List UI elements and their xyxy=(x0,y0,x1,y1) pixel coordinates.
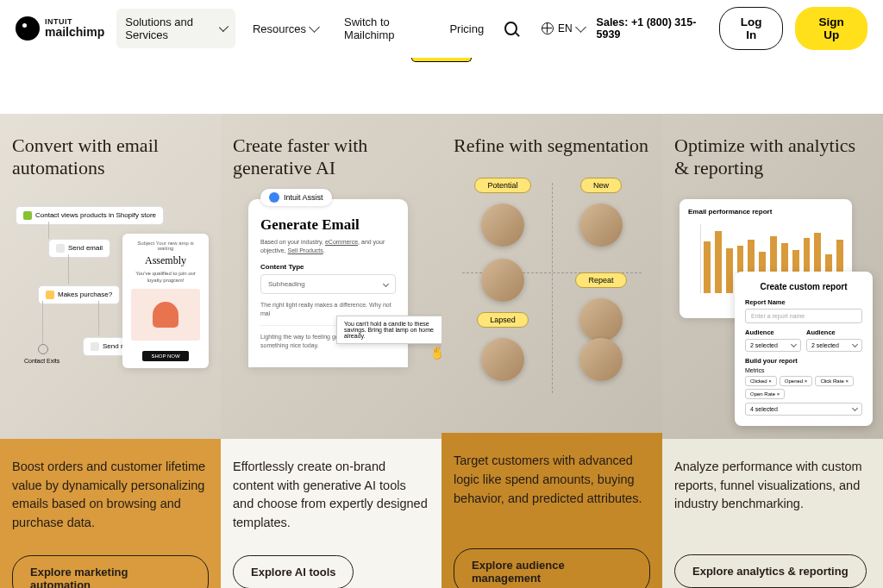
automation-illustration: Contact views products in Shopify store … xyxy=(12,199,209,423)
cta-analytics-reporting[interactable]: Explore analytics & reporting xyxy=(674,554,867,588)
ai-illustration: Intuit Assist Generate Email Based on yo… xyxy=(233,199,429,423)
analytics-illustration: Email performance report Create custom r… xyxy=(674,199,871,423)
cta-marketing-automation[interactable]: Explore marketing automation xyxy=(12,555,209,588)
avatar xyxy=(481,203,524,247)
main-nav: Solutions and Services Resources Switch … xyxy=(116,9,492,48)
feature-col-segmentation: Refine with segmentation Potential New R… xyxy=(442,114,662,588)
feature-grid: Convert with email automations Contact v… xyxy=(0,114,883,588)
avatar xyxy=(481,338,524,381)
globe-icon xyxy=(542,22,554,34)
ai-tooltip: You can't hold a candle to these savings… xyxy=(336,316,448,344)
logo-text: INTUIT mailchimp xyxy=(45,18,104,39)
mailchimp-logo-icon xyxy=(16,16,40,41)
chevron-down-icon xyxy=(575,22,586,33)
feature-col-ai: Create faster with generative AI Intuit … xyxy=(221,114,442,588)
feature-desc: Effortlessly create on-brand content wit… xyxy=(233,458,429,533)
nav-solutions[interactable]: Solutions and Services xyxy=(116,9,235,48)
feature-desc: Target customers with advanced logic lik… xyxy=(454,452,650,526)
nav-pricing[interactable]: Pricing xyxy=(441,16,492,42)
feature-title: Optimize with analytics & reporting xyxy=(674,134,871,180)
lamp-icon xyxy=(153,302,178,328)
custom-report-card: Create custom report Report Name Enter a… xyxy=(735,272,873,426)
language-selector[interactable]: EN xyxy=(542,22,585,34)
avatar xyxy=(481,259,524,302)
feature-col-analytics: Optimize with analytics & reporting Emai… xyxy=(662,114,883,588)
chevron-down-icon xyxy=(218,22,229,33)
cta-audience-management[interactable]: Explore audience management xyxy=(454,548,650,588)
feature-col-automations: Convert with email automations Contact v… xyxy=(0,114,221,588)
nav-switch[interactable]: Switch to Mailchimp xyxy=(335,9,432,48)
sales-phone: Sales: +1 (800) 315-5939 xyxy=(597,16,707,41)
feature-title: Convert with email automations xyxy=(12,134,209,180)
search-icon[interactable] xyxy=(504,22,517,35)
feature-desc: Boost orders and customer lifetime value… xyxy=(12,458,209,533)
email-preview-card: Subject Your new amp is waiting Assembly… xyxy=(122,234,209,369)
segmentation-illustration: Potential New Repeat Lapsed xyxy=(454,176,650,400)
avatar xyxy=(579,338,623,381)
feature-desc: Analyze performance with custom reports,… xyxy=(674,458,871,532)
avatar xyxy=(579,298,623,341)
chevron-down-icon xyxy=(309,22,320,33)
feature-title: Refine with segmentation xyxy=(454,134,650,157)
avatar xyxy=(579,203,623,247)
feature-title: Create faster with generative AI xyxy=(233,134,429,180)
intuit-assist-badge: Intuit Assist xyxy=(260,189,332,206)
signup-button[interactable]: Sign Up xyxy=(795,7,867,50)
nav-resources[interactable]: Resources xyxy=(244,16,327,42)
header: INTUIT mailchimp Solutions and Services … xyxy=(0,0,883,58)
sparkle-icon xyxy=(269,192,279,203)
cta-ai-tools[interactable]: Explore AI tools xyxy=(233,555,354,588)
logo[interactable]: INTUIT mailchimp xyxy=(16,16,104,41)
login-button[interactable]: Log In xyxy=(719,7,783,50)
hero-button-bottom xyxy=(411,58,472,62)
